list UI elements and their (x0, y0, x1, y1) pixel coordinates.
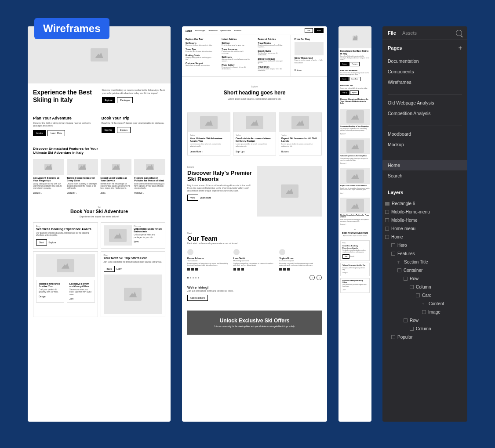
view-button[interactable]: View (187, 195, 198, 201)
page-item[interactable]: Moodboard (388, 129, 462, 139)
web-icon[interactable] (241, 268, 244, 271)
layer-node[interactable]: Row (385, 316, 465, 325)
card-link[interactable]: Reserve › (134, 191, 144, 194)
page-item[interactable]: Wireframes (388, 77, 462, 87)
layer-node[interactable]: Popular (385, 333, 465, 341)
page-item[interactable]: Search (388, 170, 462, 181)
frame-desktop-home[interactable]: Experience the Best Skiing in Italy Disc… (28, 26, 171, 422)
search-icon[interactable] (456, 30, 462, 36)
file-tab[interactable]: File (388, 30, 396, 36)
mega-item[interactable]: Photo GalleryExperience the beauty of ou… (222, 64, 251, 70)
mega-button-link[interactable]: Button (295, 69, 301, 72)
explore-button[interactable]: Explore (350, 90, 359, 95)
card-link[interactable]: Discover › (67, 191, 77, 194)
mega-item[interactable]: Ski EventsJoin exciting ski events happe… (222, 56, 251, 62)
page-item[interactable]: Mockup (388, 139, 462, 150)
card-link[interactable]: Sign Up › (236, 150, 245, 153)
x-icon[interactable] (237, 268, 240, 271)
mega-item[interactable]: Customer SupportWe're here to assist you… (186, 62, 215, 66)
nav-item[interactable]: Destinations (208, 29, 218, 32)
book-button[interactable]: Book (104, 266, 115, 272)
card-link[interactable]: Learn More › (190, 150, 203, 153)
frame-desktop-home-menu[interactable]: Logo Ski Packages Destinations Special O… (182, 26, 327, 422)
card-link[interactable]: Join › (101, 191, 106, 194)
mega-item[interactable]: Travel TipsEssential tips for your ski a… (186, 48, 215, 52)
layer-node[interactable]: Column (385, 283, 465, 291)
carousel-dots[interactable] (187, 277, 199, 278)
mega-item[interactable]: Expert AdviceGet tips from seasoned ski … (258, 50, 287, 56)
layer-node[interactable]: Features (385, 249, 465, 258)
web-icon[interactable] (195, 268, 198, 271)
linkedin-icon[interactable] (279, 268, 282, 271)
page-item[interactable]: Documentation (388, 56, 462, 66)
prev-arrow-icon[interactable]: ‹ (309, 275, 315, 280)
nav-item[interactable]: Ski Packages (195, 29, 205, 32)
learn-more-link[interactable]: Learn More (200, 196, 211, 201)
reserve-link[interactable]: Reserve (340, 224, 345, 225)
logo[interactable]: Logo (186, 29, 192, 32)
add-page-icon[interactable]: + (459, 44, 462, 51)
signup-button[interactable]: Sign Up (340, 90, 349, 95)
linkedin-icon[interactable] (187, 268, 190, 271)
mega-item[interactable]: Travel InsuranceProtect your trip with t… (222, 48, 251, 54)
linkedin-icon[interactable] (233, 268, 236, 271)
x-icon[interactable] (191, 268, 194, 271)
open-positions-button[interactable]: Open positions (187, 295, 208, 301)
layer-node[interactable]: Row (385, 275, 465, 283)
read-more-link[interactable]: Read more (295, 62, 324, 64)
learn-more-button[interactable]: Learn More (47, 130, 65, 136)
layer-node[interactable]: Home (385, 233, 465, 241)
layer-node[interactable]: Mobile-Home (385, 216, 465, 224)
frame-mobile-home[interactable]: Experience the Best Skiing in Italy Lore… (338, 26, 371, 422)
layer-node[interactable]: Container (385, 266, 465, 275)
explore-button[interactable]: Explore (102, 97, 116, 103)
mega-item[interactable]: Skiing TechniquesImprove your skills wit… (258, 58, 287, 64)
page-item[interactable]: Competition Analysis (388, 108, 462, 119)
page-item[interactable]: Old Webpage Analysis (388, 98, 462, 108)
start-button[interactable]: Start (36, 239, 47, 246)
explore-button[interactable]: Explore (117, 127, 131, 133)
design-link[interactable]: Design (342, 272, 346, 274)
discover-link[interactable]: Discover (340, 163, 346, 164)
card-link[interactable]: Explore › (33, 191, 42, 194)
join-button[interactable]: Join (305, 28, 313, 33)
signup-button[interactable]: Sign Up (102, 127, 116, 133)
layer-node[interactable]: Home-menu (385, 224, 465, 233)
layer-node[interactable]: Mobile-Home-menu (385, 208, 465, 216)
card-link[interactable]: Button › (281, 150, 289, 153)
packages-button[interactable]: Packages (117, 97, 133, 103)
nav-item[interactable]: Special Offers (220, 29, 231, 32)
start-button[interactable]: Start (342, 254, 349, 259)
learn-more-button[interactable]: Learn More (349, 77, 360, 81)
search-link[interactable]: Search (350, 256, 354, 257)
inquire-button[interactable]: Inquire (340, 77, 349, 81)
layer-node[interactable]: Column (385, 325, 465, 333)
explore-link[interactable]: Explore (340, 133, 345, 135)
page-item[interactable]: Components (388, 66, 462, 77)
web-icon[interactable] (287, 268, 290, 271)
page-item[interactable]: Home (382, 160, 467, 170)
packages-button[interactable]: Packages (349, 62, 360, 66)
explore-link[interactable]: Explore (49, 241, 56, 246)
layer-node[interactable]: Card (385, 291, 465, 300)
join-link[interactable]: Join (340, 192, 343, 194)
x-icon[interactable] (283, 268, 286, 271)
join-link[interactable]: Join (342, 289, 345, 291)
layer-node[interactable]: Image (385, 308, 465, 316)
layer-node[interactable]: Hero (385, 241, 465, 249)
mega-item[interactable]: Booking GuideStep-by-step guide to booki… (186, 54, 215, 60)
book-button[interactable]: Book (314, 28, 324, 33)
mega-item[interactable]: Travel StoriesRead inspiring stories fro… (258, 42, 287, 48)
layer-node[interactable]: TSection Title (385, 258, 465, 266)
layer-node[interactable]: Rectangle 6 (385, 199, 465, 208)
explore-button[interactable]: Explore (340, 62, 349, 66)
assets-tab[interactable]: Assets (402, 30, 417, 36)
mega-item[interactable]: Ski ResortsDiscover the best ski resorts… (186, 42, 215, 46)
next-arrow-icon[interactable]: › (317, 275, 322, 280)
join-link[interactable]: Join (69, 297, 73, 300)
nav-item[interactable]: More Info (234, 29, 241, 32)
inquire-button[interactable]: Inquire (33, 130, 46, 136)
design-link[interactable]: Design (39, 295, 46, 298)
save-link[interactable]: Save (134, 240, 138, 243)
mega-item[interactable]: Travel DealsExclusive deals for your nex… (258, 66, 287, 72)
